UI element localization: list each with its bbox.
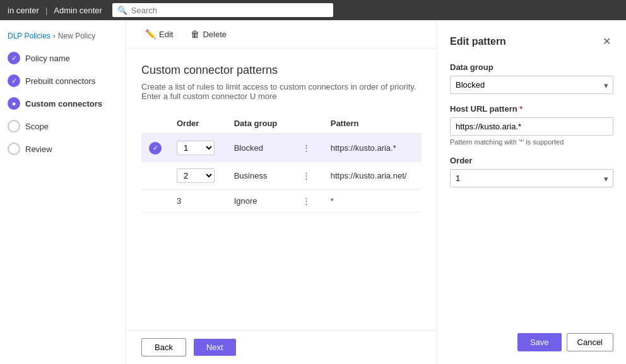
breadcrumb-sep: ›: [53, 32, 56, 40]
topbar-title: in center | Admin center: [8, 6, 102, 15]
order-select[interactable]: 1 2 3: [450, 169, 613, 187]
table-row[interactable]: 3 Ignore ⋮ *: [141, 190, 422, 213]
panel-footer: Save Cancel: [517, 333, 613, 351]
save-button[interactable]: Save: [517, 333, 562, 351]
sidebar-item-scope[interactable]: Scope: [0, 115, 126, 138]
data-group-select[interactable]: Blocked Business Ignore: [450, 76, 613, 94]
edit-button[interactable]: ✏️ Edit: [141, 26, 177, 42]
row2-order-select[interactable]: 1 2 3: [177, 168, 215, 183]
row2-menu[interactable]: ⋮: [290, 162, 323, 190]
host-url-required: *: [519, 104, 523, 114]
row2-kebab-icon[interactable]: ⋮: [297, 170, 316, 182]
search-icon: 🔍: [117, 6, 127, 15]
row2-datagroup: Business: [227, 162, 290, 190]
row1-menu[interactable]: ⋮: [290, 134, 323, 162]
row2-order: 1 2 3: [169, 162, 227, 190]
row3-order: 3: [169, 190, 227, 213]
data-group-label: Data group: [450, 62, 613, 72]
breadcrumb-parent[interactable]: DLP Policies: [8, 32, 50, 40]
delete-icon: 🗑: [191, 29, 199, 39]
col-datagroup: Data group: [227, 114, 290, 134]
delete-label: Delete: [203, 30, 227, 39]
content-body: Custom connector patterns Create a list …: [126, 49, 437, 228]
step-circle-3: ●: [8, 97, 20, 110]
panel-title: Edit pattern: [450, 36, 506, 47]
back-button[interactable]: Back: [141, 338, 186, 356]
panel-header: Edit pattern ✕: [450, 33, 613, 50]
close-panel-button[interactable]: ✕: [600, 33, 613, 50]
order-field: Order 1 2 3: [450, 156, 613, 187]
sidebar-label-policy-name: Policy name: [25, 54, 70, 63]
order-label: Order: [450, 156, 613, 165]
host-url-hint: Pattern matching with '*' is supported: [450, 138, 613, 146]
sidebar-label-scope: Scope: [25, 122, 49, 131]
table-body: ✓ 1 2 3 Blocked ⋮ https://kusto.aria.*: [141, 134, 422, 213]
sidebar-item-prebuilt-connectors[interactable]: ✓ Prebuilt connectors: [0, 69, 126, 92]
col-menu: [290, 114, 323, 134]
row1-kebab-icon[interactable]: ⋮: [297, 142, 316, 154]
row3-pattern: *: [323, 190, 422, 213]
bottom-bar: Back Next: [126, 330, 437, 364]
search-input[interactable]: [131, 6, 328, 15]
row3-kebab-icon[interactable]: ⋮: [297, 195, 316, 207]
col-pattern: Pattern: [323, 114, 422, 134]
row1-checkmark: ✓: [149, 142, 162, 155]
row2-pattern: https://kusto.aria.net/: [323, 162, 422, 190]
search-container: 🔍: [112, 3, 333, 17]
host-url-input[interactable]: [450, 117, 613, 136]
section-desc: Create a list of rules to limit access t…: [141, 82, 422, 101]
host-url-label: Host URL pattern *: [450, 104, 613, 114]
row1-order-select[interactable]: 1 2 3: [177, 141, 215, 155]
cancel-button[interactable]: Cancel: [567, 333, 613, 351]
data-group-field: Data group Blocked Business Ignore: [450, 62, 613, 94]
col-check: [141, 114, 169, 134]
host-url-field: Host URL pattern * Pattern matching with…: [450, 104, 613, 146]
breadcrumb: DLP Policies › New Policy: [0, 28, 126, 47]
row1-pattern: https://kusto.aria.*: [323, 134, 422, 162]
topbar-divider: |: [45, 6, 47, 15]
sidebar-item-custom-connectors[interactable]: ● Custom connectors: [0, 92, 126, 115]
sidebar-item-policy-name[interactable]: ✓ Policy name: [0, 47, 126, 69]
order-select-wrapper: 1 2 3: [450, 169, 613, 187]
sidebar-label-prebuilt: Prebuilt connectors: [25, 76, 95, 86]
table-row[interactable]: 1 2 3 Business ⋮ https://kusto.aria.net/: [141, 162, 422, 190]
sidebar-label-review: Review: [25, 144, 52, 154]
product1-label: in center: [8, 6, 39, 15]
next-button[interactable]: Next: [194, 339, 236, 356]
delete-button[interactable]: 🗑 Delete: [187, 26, 230, 42]
edit-icon: ✏️: [145, 29, 156, 39]
row1-order: 1 2 3: [169, 134, 227, 162]
breadcrumb-current: New Policy: [58, 32, 95, 40]
edit-panel: Edit pattern ✕ Data group Blocked Busine…: [437, 20, 626, 364]
main-layout: DLP Policies › New Policy ✓ Policy name …: [0, 20, 626, 364]
topbar: in center | Admin center 🔍: [0, 0, 626, 20]
table-header: Order Data group Pattern: [141, 114, 422, 134]
content-area: ✏️ Edit 🗑 Delete Custom connector patter…: [126, 20, 437, 364]
section-title: Custom connector patterns: [141, 64, 422, 77]
row1-check: ✓: [141, 134, 169, 162]
step-circle-2: ✓: [8, 74, 20, 87]
row3-menu[interactable]: ⋮: [290, 190, 323, 213]
step-circle-4: [8, 120, 20, 132]
patterns-table: Order Data group Pattern ✓ 1: [141, 114, 422, 213]
content-toolbar: ✏️ Edit 🗑 Delete: [126, 20, 437, 49]
row2-check: [141, 162, 169, 190]
row1-datagroup: Blocked: [227, 134, 290, 162]
step-circle-1: ✓: [8, 52, 20, 64]
row3-datagroup: Ignore: [227, 190, 290, 213]
product2-label: Admin center: [54, 6, 102, 15]
sidebar: DLP Policies › New Policy ✓ Policy name …: [0, 20, 126, 364]
sidebar-label-custom: Custom connectors: [25, 99, 102, 109]
data-group-select-wrapper: Blocked Business Ignore: [450, 76, 613, 94]
col-order: Order: [169, 114, 227, 134]
edit-label: Edit: [159, 30, 173, 39]
table-row[interactable]: ✓ 1 2 3 Blocked ⋮ https://kusto.aria.*: [141, 134, 422, 162]
step-circle-5: [8, 143, 20, 155]
sidebar-item-review[interactable]: Review: [0, 138, 126, 160]
row3-check: [141, 190, 169, 213]
